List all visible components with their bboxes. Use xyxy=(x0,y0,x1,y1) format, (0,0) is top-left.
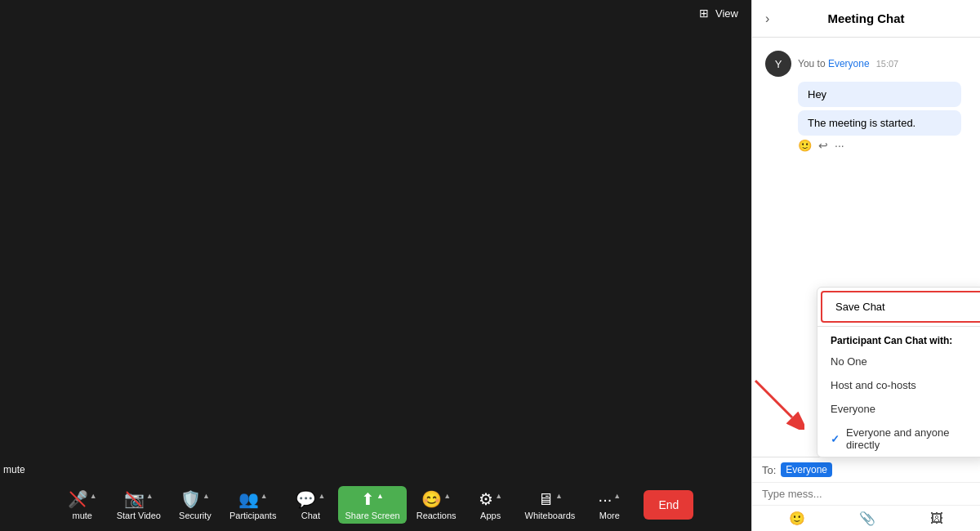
chat-title: Meeting Chat xyxy=(827,11,904,25)
chat-button[interactable]: 💬 ▲ Chat xyxy=(286,486,335,524)
participants-arrow[interactable]: ▲ xyxy=(261,492,268,500)
share-screen-button[interactable]: ⬆ ▲ Share Screen xyxy=(338,486,406,524)
mute-label: mute xyxy=(72,511,91,520)
grid-icon: ⊞ xyxy=(699,7,709,20)
start-video-label: Start Video xyxy=(117,511,161,520)
security-arrow[interactable]: ▲ xyxy=(203,492,210,500)
chat-icon: 💬 xyxy=(296,489,316,509)
dropdown-item-everyone-directly[interactable]: Everyone and anyone directly xyxy=(817,421,980,457)
participants-button[interactable]: 👥 ▲ Participants xyxy=(223,486,283,524)
more-label: More xyxy=(599,511,620,520)
chat-panel: › Meeting Chat Y You to Everyone 15:07 H… xyxy=(751,0,980,531)
view-button[interactable]: View xyxy=(715,7,738,20)
more-icon: ··· xyxy=(599,490,612,509)
chat-arrow[interactable]: ▲ xyxy=(318,492,325,500)
security-label: Security xyxy=(179,511,212,520)
reactions-button[interactable]: 😊 ▲ Reactions xyxy=(410,486,463,524)
more-button[interactable]: ··· ▲ More xyxy=(585,487,634,524)
apps-arrow[interactable]: ▲ xyxy=(495,492,502,500)
recipient-label: Everyone xyxy=(828,58,870,69)
toolbar: 🎤 ▲ mute 📷 ▲ Start Video 🛡️ ▲ xyxy=(0,479,751,531)
type-message-row xyxy=(752,482,980,505)
apps-icon: ⚙ xyxy=(479,489,493,509)
chat-footer: Save Chat Participant Can Chat with: No … xyxy=(752,457,980,531)
video-icon: 📷 xyxy=(124,489,145,509)
view-label: View xyxy=(715,7,738,20)
chat-bottom-actions: 🙂 📎 🖼 xyxy=(752,505,980,531)
whiteboards-icon: 🖥 xyxy=(537,490,554,509)
react-button[interactable]: 🙂 xyxy=(798,139,812,152)
message-bubble-1: Hey xyxy=(798,82,961,107)
mic-icon: 🎤 xyxy=(68,489,88,509)
mute-arrow[interactable]: ▲ xyxy=(90,492,97,500)
reply-button[interactable]: ↩ xyxy=(818,139,828,152)
emoji-button[interactable]: 🙂 xyxy=(789,511,805,526)
share-screen-icon: ⬆ xyxy=(361,489,375,509)
reactions-icon: 😊 xyxy=(421,489,442,509)
whiteboards-button[interactable]: 🖥 ▲ Whiteboards xyxy=(519,487,582,524)
top-bar: ⊞ View xyxy=(686,0,751,26)
video-arrow[interactable]: ▲ xyxy=(146,492,154,500)
start-video-button[interactable]: 📷 ▲ Start Video xyxy=(110,486,167,524)
message-sender: You to Everyone xyxy=(798,58,870,69)
image-button[interactable]: 🖼 xyxy=(930,511,943,526)
message-actions: 🙂 ↩ ··· xyxy=(798,139,967,152)
message-time: 15:07 xyxy=(876,59,899,69)
to-row: To: Everyone xyxy=(752,457,980,482)
end-button[interactable]: End xyxy=(644,490,693,520)
muted-label: mute xyxy=(3,464,25,475)
dropdown-item-no-one[interactable]: No One xyxy=(817,350,980,373)
message-bubble-2: The meeting is started. xyxy=(798,110,961,136)
more-options-button[interactable]: ··· xyxy=(835,139,844,152)
dropdown-section-title: Participant Can Chat with: xyxy=(817,328,980,350)
message-meta: Y You to Everyone 15:07 xyxy=(765,51,967,77)
security-icon: 🛡️ xyxy=(180,489,201,509)
message-group: Y You to Everyone 15:07 Hey The meeting … xyxy=(765,51,967,152)
video-area: ⊞ View mute 🎤 ▲ mute 📷 xyxy=(0,0,751,531)
mute-button[interactable]: 🎤 ▲ mute xyxy=(58,486,107,524)
file-button[interactable]: 📎 xyxy=(859,511,875,526)
to-label: To: xyxy=(762,464,776,476)
dropdown-item-everyone[interactable]: Everyone xyxy=(817,397,980,421)
reactions-arrow[interactable]: ▲ xyxy=(443,492,451,500)
chat-dropdown-menu: Save Chat Participant Can Chat with: No … xyxy=(817,287,980,457)
security-button[interactable]: 🛡️ ▲ Security xyxy=(171,486,220,524)
avatar: Y xyxy=(765,51,791,77)
share-screen-label: Share Screen xyxy=(345,511,399,520)
apps-button[interactable]: ⚙ ▲ Apps xyxy=(466,486,515,524)
apps-label: Apps xyxy=(480,511,501,520)
share-screen-arrow[interactable]: ▲ xyxy=(376,492,384,500)
whiteboards-label: Whiteboards xyxy=(525,511,576,520)
type-message-input[interactable] xyxy=(762,488,970,500)
save-chat-button[interactable]: Save Chat xyxy=(821,291,980,323)
reactions-label: Reactions xyxy=(416,511,457,520)
participants-label: Participants xyxy=(229,511,276,520)
chat-close-chevron[interactable]: › xyxy=(765,11,769,26)
to-everyone-badge[interactable]: Everyone xyxy=(781,462,832,477)
chat-header: › Meeting Chat xyxy=(752,0,980,38)
participants-icon: 👥 xyxy=(238,489,259,509)
divider-1 xyxy=(817,326,980,327)
chat-label: Chat xyxy=(301,511,320,520)
whiteboards-arrow[interactable]: ▲ xyxy=(555,492,563,500)
dropdown-item-host[interactable]: Host and co-hosts xyxy=(817,373,980,397)
more-arrow[interactable]: ▲ xyxy=(613,492,621,500)
